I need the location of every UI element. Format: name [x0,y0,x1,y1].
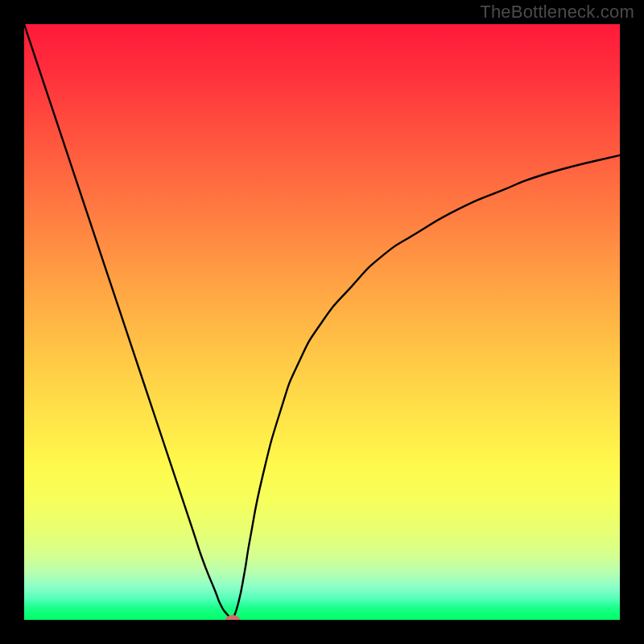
bottleneck-curve [24,24,620,620]
bottleneck-minimum-marker [225,615,240,620]
curve-left-branch [24,24,233,620]
curve-right-branch [233,155,620,620]
chart-frame: TheBottleneck.com [0,0,644,644]
plot-area [24,24,620,620]
watermark-text: TheBottleneck.com [480,2,634,23]
